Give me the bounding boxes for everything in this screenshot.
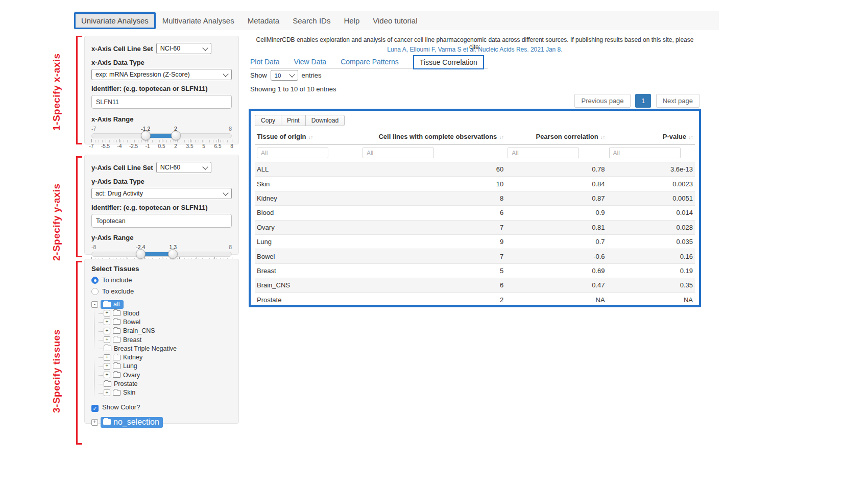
column-header-pearson-correlation[interactable]: Pearson correlation↓↑: [505, 128, 607, 145]
x-cell-line-set-select[interactable]: NCI-60: [156, 43, 211, 54]
radio-to-exclude[interactable]: To exclude: [91, 287, 232, 295]
expand-icon[interactable]: +: [104, 328, 110, 334]
value-cell: -0.6: [505, 249, 607, 263]
checkbox-checked-icon[interactable]: ✓: [91, 405, 99, 412]
tab-tissue-correlation[interactable]: Tissue Correlation: [413, 55, 484, 69]
tree-item-blood[interactable]: +Blood: [99, 309, 232, 318]
filter-input-pearson-correlation[interactable]: [508, 148, 579, 158]
previous-page-button[interactable]: Previous page: [574, 94, 630, 108]
tree-item-lung[interactable]: +Lung: [99, 362, 232, 371]
value-cell: 0.028: [607, 220, 695, 234]
tree-item-label: Skin: [123, 389, 135, 396]
download-button[interactable]: Download: [305, 115, 345, 126]
tree-item-ovary[interactable]: +Ovary: [99, 371, 232, 379]
tissue-correlation-table: Tissue of origin↓↑Cell lines with comple…: [255, 128, 695, 307]
filter-input-tissue-of-origin[interactable]: [257, 148, 328, 158]
x-identifier-input[interactable]: [91, 95, 232, 109]
filter-cell: [255, 145, 360, 162]
sort-icon[interactable]: ↓↑: [499, 134, 503, 140]
nav-item-help[interactable]: Help: [337, 13, 366, 29]
filter-input-cell-lines-with-complete-observations[interactable]: [363, 148, 434, 158]
next-page-button[interactable]: Next page: [656, 94, 700, 108]
tissue-cell: Blood: [255, 206, 360, 220]
table-row: Lung90.70.035: [255, 234, 695, 249]
tissue-correlation-table-container: CopyPrintDownload Tissue of origin↓↑Cell…: [249, 109, 701, 307]
sort-icon[interactable]: ↓↑: [688, 134, 693, 140]
folder-icon: [113, 355, 120, 360]
tree-item-breast-triple-negative[interactable]: Breast Triple Negative: [99, 344, 232, 353]
tissue-tree-root-label: all: [113, 301, 120, 308]
copy-button[interactable]: Copy: [255, 115, 281, 126]
expand-icon[interactable]: +: [104, 389, 110, 396]
page-1-button[interactable]: 1: [635, 94, 651, 108]
slider-to-handle[interactable]: [168, 249, 178, 259]
tree-item-bowel[interactable]: +Bowel: [99, 318, 232, 326]
collapse-icon[interactable]: -: [91, 301, 98, 308]
no-selection-node[interactable]: no_selection: [101, 417, 163, 428]
tissue-tree-children: +Blood+Bowel+Brain_CNS+BreastBreast Trip…: [94, 309, 232, 397]
x-range-slider[interactable]: -78-1.22-7-5.5-4-2.5-10.523.556.58: [91, 126, 232, 151]
expand-icon[interactable]: +: [104, 363, 110, 370]
radio-selected-icon[interactable]: [91, 277, 99, 284]
nav-item-metadata[interactable]: Metadata: [241, 13, 286, 29]
tab-compare-patterns[interactable]: Compare Patterns: [341, 55, 399, 66]
slider-tick-label: 2: [174, 143, 177, 149]
tissue-tree-root[interactable]: - all: [91, 300, 232, 309]
y-data-type-select[interactable]: act: Drug Activity: [91, 188, 232, 199]
filter-input-p-value[interactable]: [609, 148, 681, 158]
expand-icon[interactable]: +: [104, 354, 110, 361]
show-color-row[interactable]: ✓Show Color?: [91, 403, 232, 412]
radio-unselected-icon[interactable]: [91, 288, 99, 295]
expand-icon[interactable]: +: [104, 310, 110, 316]
folder-icon: [103, 419, 111, 425]
tree-item-prostate[interactable]: Prostate: [99, 379, 232, 388]
tree-item-skin[interactable]: +Skin: [99, 388, 232, 397]
radio-to-include-label: To include: [102, 276, 132, 284]
value-cell: 6: [360, 278, 505, 292]
x-data-type-select[interactable]: exp: mRNA Expression (Z-Score): [91, 69, 232, 80]
entries-count-select[interactable]: 10: [271, 70, 298, 81]
tree-item-label: Lung: [123, 362, 137, 370]
y-cell-line-set-select[interactable]: NCI-60: [156, 162, 211, 173]
tree-item-breast[interactable]: +Breast: [99, 335, 232, 344]
nav-item-video-tutorial[interactable]: Video tutorial: [366, 13, 424, 29]
value-cell: 8: [360, 191, 505, 205]
expand-icon[interactable]: +: [91, 419, 98, 426]
column-header-cell-lines-with-complete-observations[interactable]: Cell lines with complete observations↓↑: [360, 128, 505, 145]
tree-item-brain-cns[interactable]: +Brain_CNS: [99, 327, 232, 335]
column-header-tissue-of-origin[interactable]: Tissue of origin↓↑: [255, 128, 360, 145]
value-cell: NA: [505, 292, 607, 307]
y-range-label: y-Axis Range: [91, 234, 232, 241]
show-entries-row: Show 10 entries: [250, 70, 322, 81]
no-selection-label: no_selection: [113, 418, 159, 427]
nav-item-multivariate-analyses[interactable]: Multivariate Analyses: [156, 13, 241, 29]
slider-tick-label: 3.5: [186, 143, 194, 149]
expand-icon[interactable]: +: [104, 319, 110, 325]
slider-from-handle[interactable]: [136, 249, 146, 259]
sort-icon[interactable]: ↓↑: [600, 134, 605, 140]
column-header-p-value[interactable]: P-value↓↑: [607, 128, 695, 145]
sort-icon[interactable]: ↓↑: [308, 134, 313, 140]
radio-to-include[interactable]: To include: [91, 276, 232, 284]
expand-icon[interactable]: +: [104, 372, 110, 378]
print-button[interactable]: Print: [281, 115, 306, 126]
tissue-tree-root-node[interactable]: all: [101, 300, 124, 309]
slider-from-handle[interactable]: [141, 131, 151, 140]
expand-icon[interactable]: +: [104, 336, 110, 343]
show-label: Show: [250, 71, 267, 79]
column-header-label: Pearson correlation: [536, 133, 598, 140]
y-identifier-input[interactable]: [91, 214, 232, 228]
slider-to-handle[interactable]: [171, 131, 181, 140]
column-header-label: Cell lines with complete observations: [378, 133, 497, 140]
citation-link[interactable]: Luna A, Elloumi F, Varma S et al. Nuclei…: [250, 46, 700, 53]
folder-icon: [113, 372, 120, 378]
nav-item-univariate-analyses[interactable]: Univariate Analyses: [74, 12, 156, 29]
value-cell: 0.0023: [607, 177, 695, 191]
tab-view-data[interactable]: View Data: [294, 55, 327, 66]
value-cell: 0.84: [505, 177, 607, 191]
tab-plot-data[interactable]: Plot Data: [250, 55, 280, 66]
value-cell: 2: [360, 292, 505, 307]
tree-item-kidney[interactable]: +Kidney: [99, 353, 232, 361]
no-selection-row[interactable]: + no_selection: [91, 417, 232, 428]
nav-item-search-ids[interactable]: Search IDs: [286, 13, 337, 29]
